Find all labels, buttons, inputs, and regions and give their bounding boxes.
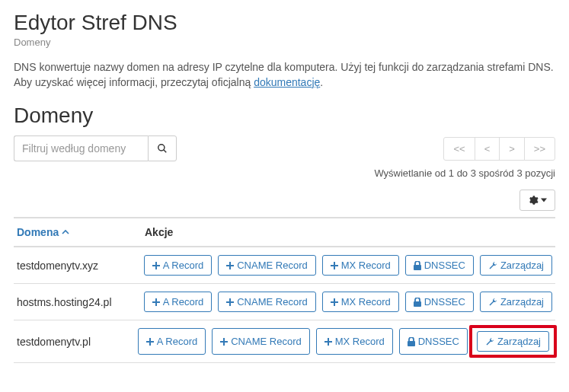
lock-icon [408, 337, 415, 346]
plus-icon [152, 298, 160, 306]
lock-icon [414, 261, 421, 270]
manage-button[interactable]: Zarządzaj [480, 292, 552, 312]
mx-record-button-label: MX Record [341, 296, 391, 308]
domain-cell: hostms.hosting24.pl [17, 296, 144, 308]
plus-icon [331, 298, 338, 306]
svg-rect-17 [146, 341, 154, 343]
pager-prev[interactable]: < [475, 137, 500, 161]
dnssec-button-label: DNSSEC [424, 260, 465, 271]
sort-asc-icon [62, 228, 69, 236]
search-icon [157, 143, 168, 154]
mx-record-button[interactable]: MX Record [316, 328, 393, 355]
svg-rect-7 [331, 265, 338, 266]
highlight-box: Zarządzaj [469, 325, 557, 358]
search-button[interactable] [148, 135, 177, 161]
table-row: hostms.hosting24.plA RecordCNAME RecordM… [14, 284, 555, 320]
mx-record-button[interactable]: MX Record [322, 255, 399, 276]
dnssec-button-label: DNSSEC [418, 336, 459, 347]
table-row: testdomenytv.xyzA RecordCNAME RecordMX R… [14, 247, 555, 284]
plus-icon [226, 262, 234, 269]
caret-down-icon [541, 197, 547, 203]
settings-button[interactable] [519, 190, 555, 211]
lock-icon [414, 298, 421, 307]
svg-rect-14 [331, 301, 338, 303]
desc-text-post: . [320, 76, 323, 88]
svg-rect-21 [324, 341, 332, 343]
column-header-domain[interactable]: Domena [17, 226, 145, 238]
breadcrumb: Domeny [14, 37, 555, 48]
pager-next[interactable]: > [499, 137, 525, 161]
a-record-button-label: A Record [157, 336, 197, 347]
pager-last[interactable]: >> [524, 137, 555, 161]
section-title: Domeny [14, 104, 555, 128]
actions-cell: A RecordCNAME RecordMX RecordDNSSECZarzą… [144, 255, 552, 276]
domain-cell: testdomenytv.xyz [17, 260, 144, 272]
a-record-button-label: A Record [163, 296, 203, 308]
manage-button[interactable]: Zarządzaj [477, 331, 549, 352]
plus-icon [226, 298, 234, 306]
manage-button-label: Zarządzaj [500, 296, 544, 308]
cname-record-button-label: CNAME Record [231, 336, 301, 347]
wrench-icon [488, 261, 497, 270]
a-record-button-label: A Record [163, 260, 203, 271]
actions-cell: A RecordCNAME RecordMX RecordDNSSECZarzą… [138, 328, 552, 355]
cname-record-button-label: CNAME Record [237, 260, 307, 271]
page-title: Edytor Stref DNS [14, 11, 555, 35]
plus-icon [152, 262, 160, 269]
dnssec-button-label: DNSSEC [424, 296, 465, 308]
svg-rect-12 [226, 301, 234, 303]
domain-cell: testdomenytv.pl [17, 336, 138, 348]
filter-input[interactable] [14, 135, 148, 161]
cname-record-button[interactable]: CNAME Record [212, 328, 309, 355]
mx-record-button[interactable]: MX Record [322, 292, 399, 312]
svg-rect-10 [152, 301, 160, 303]
a-record-button[interactable]: A Record [144, 255, 212, 276]
svg-rect-22 [408, 341, 415, 346]
pager-first[interactable]: << [443, 137, 475, 161]
mx-record-button-label: MX Record [335, 336, 385, 347]
domains-table: Domena Akcje testdomenytv.xyzA RecordCNA… [14, 217, 555, 363]
a-record-button[interactable]: A Record [144, 292, 212, 312]
svg-rect-5 [226, 265, 234, 266]
table-row: testdomenytv.plA RecordCNAME RecordMX Re… [14, 320, 555, 363]
plus-icon [220, 338, 228, 346]
documentation-link[interactable]: dokumentację [254, 76, 320, 88]
pager: << < > >> [444, 137, 555, 161]
svg-rect-19 [220, 341, 228, 343]
status-text: Wyświetlanie od 1 do 3 spośród 3 pozycji [14, 167, 555, 179]
dnssec-button[interactable]: DNSSEC [405, 292, 474, 312]
plus-icon [331, 262, 338, 269]
cname-record-button[interactable]: CNAME Record [218, 292, 315, 312]
svg-rect-15 [414, 301, 421, 307]
wrench-icon [488, 298, 497, 307]
wrench-icon [485, 337, 494, 346]
svg-point-0 [158, 145, 165, 151]
dnssec-button[interactable]: DNSSEC [399, 328, 468, 355]
manage-button-label: Zarządzaj [497, 336, 541, 347]
plus-icon [324, 338, 332, 346]
manage-button[interactable]: Zarządzaj [480, 255, 552, 276]
mx-record-button-label: MX Record [341, 260, 391, 271]
svg-rect-3 [152, 265, 160, 266]
svg-rect-8 [414, 265, 421, 270]
dnssec-button[interactable]: DNSSEC [405, 255, 474, 276]
cname-record-button-label: CNAME Record [237, 296, 307, 308]
cname-record-button[interactable]: CNAME Record [218, 255, 315, 276]
plus-icon [146, 338, 154, 346]
a-record-button[interactable]: A Record [138, 328, 206, 355]
gear-icon [528, 195, 539, 206]
actions-cell: A RecordCNAME RecordMX RecordDNSSECZarzą… [144, 292, 552, 312]
column-header-actions: Akcje [145, 226, 552, 238]
svg-line-1 [164, 150, 167, 153]
column-header-domain-label: Domena [17, 226, 59, 238]
page-description: DNS konwertuje nazwy domen na adresy IP … [14, 60, 555, 90]
manage-button-label: Zarządzaj [500, 260, 544, 271]
